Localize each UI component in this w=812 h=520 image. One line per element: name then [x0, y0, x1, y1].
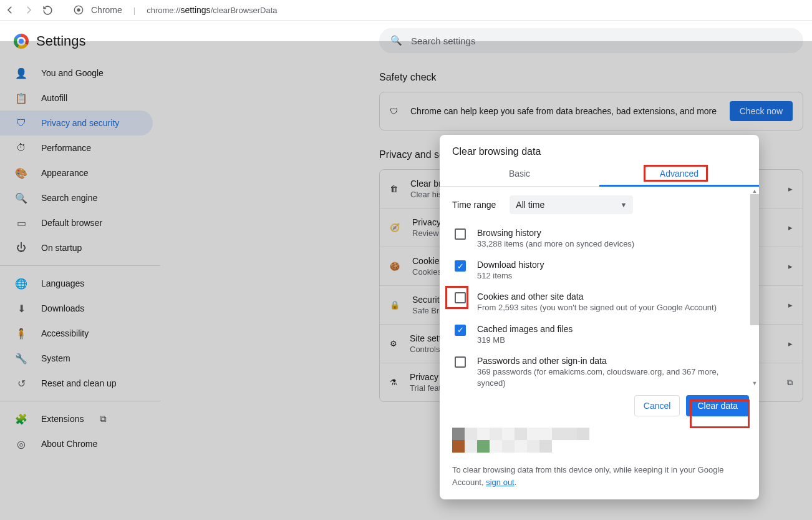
checkbox-passwords[interactable] — [455, 356, 466, 368]
scroll-down-icon[interactable]: ▼ — [752, 380, 758, 386]
forward-icon[interactable] — [22, 4, 35, 16]
checkbox-cached[interactable]: ✓ — [455, 325, 466, 336]
tab-basic[interactable]: Basic — [440, 162, 599, 186]
clear-browsing-data-dialog: Clear browsing data Basic Advanced Time … — [440, 135, 759, 499]
scroll-up-icon[interactable]: ▲ — [752, 188, 758, 194]
cancel-button[interactable]: Cancel — [634, 395, 680, 416]
time-range-label: Time range — [452, 200, 496, 210]
option-passwords[interactable]: Passwords and other sign-in data369 pass… — [452, 351, 754, 388]
checkbox-browsing-history[interactable] — [455, 228, 466, 240]
checkbox-download-history[interactable]: ✓ — [455, 260, 466, 272]
chevron-down-icon: ▼ — [620, 201, 627, 208]
sign-out-link[interactable]: sign out — [486, 478, 515, 487]
dialog-scrollbar[interactable]: ▲ ▼ — [750, 187, 759, 388]
browser-toolbar: Chrome | chrome://settings/clearBrowserD… — [0, 0, 812, 21]
time-range-select[interactable]: All time ▼ — [510, 195, 633, 214]
option-cookies[interactable]: Cookies and other site dataFrom 2,593 si… — [452, 287, 754, 318]
option-download-history[interactable]: ✓ Download history512 items — [452, 255, 754, 287]
dialog-title: Clear browsing data — [440, 135, 759, 162]
svg-point-1 — [77, 8, 80, 11]
back-icon[interactable] — [4, 4, 16, 16]
scroll-thumb[interactable] — [750, 194, 759, 325]
dialog-footer-note: To clear browsing data from this device … — [440, 456, 759, 499]
url-field[interactable]: chrome://settings/clearBrowserData — [147, 5, 277, 15]
checkbox-cookies[interactable] — [455, 292, 466, 303]
url-app: Chrome — [91, 5, 122, 15]
clear-data-button[interactable]: Clear data — [686, 395, 749, 416]
option-browsing-history[interactable]: Browsing history33,288 items (and more o… — [452, 223, 754, 255]
account-avatar-blur — [452, 428, 747, 456]
site-info-icon[interactable] — [72, 4, 85, 16]
tab-advanced[interactable]: Advanced — [599, 162, 759, 186]
reload-icon[interactable] — [41, 4, 54, 16]
option-cached[interactable]: ✓ Cached images and files319 MB — [452, 319, 754, 351]
dialog-tabs: Basic Advanced — [440, 162, 759, 187]
